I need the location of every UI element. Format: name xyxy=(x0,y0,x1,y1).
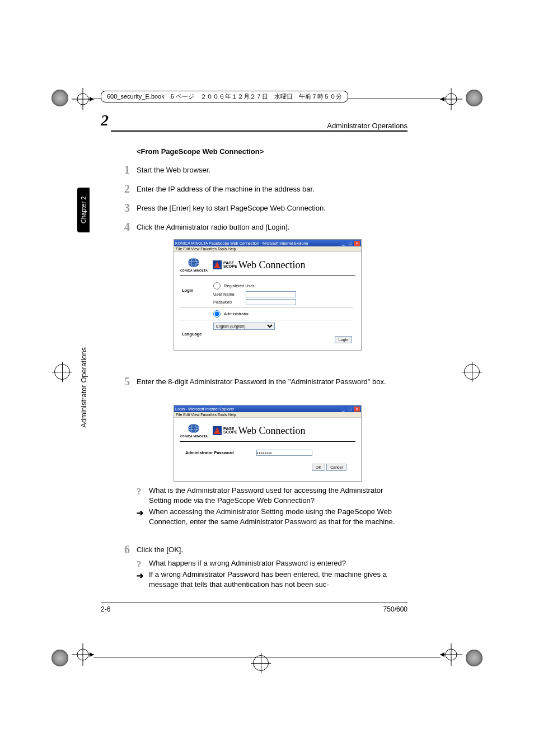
screenshot-admin-password: Login - Microsoft Internet Explorer _ □ … xyxy=(174,405,362,482)
brand-row: KONICA MINOLTA PAGE SCOPE Web Connection xyxy=(180,255,355,276)
login-section-label: Login xyxy=(182,288,193,293)
step-text-1: Start the Web browser. xyxy=(137,166,210,174)
registered-user-radio[interactable] xyxy=(213,282,221,290)
reg-dot-br xyxy=(466,650,483,666)
minimize-icon[interactable]: _ xyxy=(340,241,346,246)
svg-point-21 xyxy=(188,424,199,433)
step-num-5: 5 xyxy=(124,374,130,389)
close-icon[interactable]: × xyxy=(354,241,360,246)
step-num-2: 2 xyxy=(124,181,130,197)
step-num-4: 4 xyxy=(124,220,130,235)
qa1-answer: When accessing the Administrator Setting… xyxy=(149,507,407,526)
side-running-label: Administrator Operations xyxy=(79,347,88,428)
close-icon-2[interactable]: × xyxy=(354,407,360,412)
print-header: 600_security_E.book 6 ページ ２００６年１２月２７日 水曜… xyxy=(101,91,348,102)
administrator-radio[interactable] xyxy=(213,310,221,318)
ps-small-bot: SCOPE xyxy=(223,265,237,268)
reg-arrow-bot-left xyxy=(72,643,94,668)
brand-row-2: KONICA MINOLTA PAGE SCOPE Web Connection xyxy=(180,421,355,442)
window-titlebar: KONICA MINOLTA PageScope Web Connection … xyxy=(174,240,361,246)
chapter-tab: Chapter 2 xyxy=(77,188,90,232)
arrow-right-icon: ➔ xyxy=(137,507,144,519)
svg-marker-15 xyxy=(440,652,444,657)
konica-minolta-globe-icon-2 xyxy=(188,423,200,433)
km-brand-text: KONICA MINOLTA xyxy=(180,269,208,272)
reg-dot-bl xyxy=(51,650,68,666)
step-num-3: 3 xyxy=(124,200,130,216)
svg-point-16 xyxy=(188,258,199,267)
username-input[interactable] xyxy=(246,291,296,297)
menubar-2[interactable]: File Edit View Favorites Tools Help xyxy=(174,412,361,418)
admin-password-label: Administrator Password xyxy=(185,450,234,455)
pagescope-logo-2: PAGE SCOPE Web Connection xyxy=(212,425,306,437)
reg-mark-bottom xyxy=(253,655,269,671)
svg-marker-7 xyxy=(440,97,444,101)
admin-password-input[interactable] xyxy=(256,450,312,456)
km-brand-text-2: KONICA MINOLTA xyxy=(180,435,208,438)
password-input[interactable] xyxy=(246,299,296,305)
page-number: 2-6 xyxy=(101,605,110,613)
pagescope-logo: PAGE SCOPE Web Connection xyxy=(212,259,306,271)
ps-word: Web Connection xyxy=(238,259,306,271)
arrow-right-icon-2: ➔ xyxy=(137,570,144,581)
login-button[interactable]: Login xyxy=(335,336,352,343)
step-text-4: Click the Administrator radio button and… xyxy=(137,223,289,231)
pagescope-badge-icon xyxy=(212,260,222,270)
trim-line-bottom xyxy=(93,657,441,657)
qa1-question: What is the Administrator Password used … xyxy=(149,486,407,505)
menubar[interactable]: File Edit View Favorites Tools Help xyxy=(174,246,361,252)
qa2-question: What happens if a wrong Administrator Pa… xyxy=(149,558,407,568)
registered-user-label: Registered User xyxy=(224,283,254,288)
page-content: 2 Administrator Operations <From PageSco… xyxy=(101,109,407,613)
username-label: User Name xyxy=(213,292,242,297)
reg-dot-tr xyxy=(466,90,483,106)
step-text-3: Press the [Enter] key to start PageScope… xyxy=(137,204,326,212)
ok-button[interactable]: OK xyxy=(312,464,325,471)
password-label: Password xyxy=(213,300,242,305)
reg-mark-left xyxy=(54,364,70,380)
step-text-2: Enter the IP address of the machine in t… xyxy=(137,185,315,193)
footer-rule xyxy=(101,603,407,603)
reg-arrow-top-right xyxy=(440,88,462,113)
svg-marker-11 xyxy=(90,652,94,657)
pagescope-badge-icon-2 xyxy=(212,426,222,436)
step-text-6: Click the [OK]. xyxy=(137,545,183,554)
reg-dot-tl xyxy=(51,90,68,106)
language-select[interactable]: English (English) xyxy=(213,323,275,330)
running-head: Administrator Operations xyxy=(327,122,407,130)
maximize-icon-2[interactable]: □ xyxy=(347,407,353,412)
section-heading: <From PageScope Web Connection> xyxy=(137,147,264,156)
model-number: 750/600 xyxy=(383,605,407,613)
step-num-1: 1 xyxy=(124,162,130,178)
chapter-number: 2 xyxy=(101,111,109,129)
screenshot-login: KONICA MINOLTA PageScope Web Connection … xyxy=(174,239,362,351)
qa2-answer: If a wrong Administrator Password has be… xyxy=(149,570,407,589)
reg-mark-right xyxy=(464,364,480,380)
konica-minolta-globe-icon xyxy=(188,258,200,268)
reg-arrow-top-left xyxy=(72,88,94,113)
maximize-icon[interactable]: □ xyxy=(347,241,353,246)
language-section-label: Language xyxy=(182,332,202,337)
administrator-label: Administrator xyxy=(224,311,249,316)
window-title: KONICA MINOLTA PageScope Web Connection … xyxy=(175,241,308,245)
svg-marker-3 xyxy=(90,97,94,101)
question-mark-icon: ? xyxy=(137,486,142,498)
reg-arrow-bot-right xyxy=(440,643,462,668)
head-rule xyxy=(111,130,407,132)
step-text-5: Enter the 8-digit Administrator Password… xyxy=(137,377,386,386)
window-title-2: Login - Microsoft Internet Explorer xyxy=(175,407,234,411)
window-titlebar-2: Login - Microsoft Internet Explorer _ □ … xyxy=(174,405,361,412)
minimize-icon-2[interactable]: _ xyxy=(340,407,346,412)
step-num-6: 6 xyxy=(124,542,130,557)
cancel-button[interactable]: Cancel xyxy=(326,464,346,471)
